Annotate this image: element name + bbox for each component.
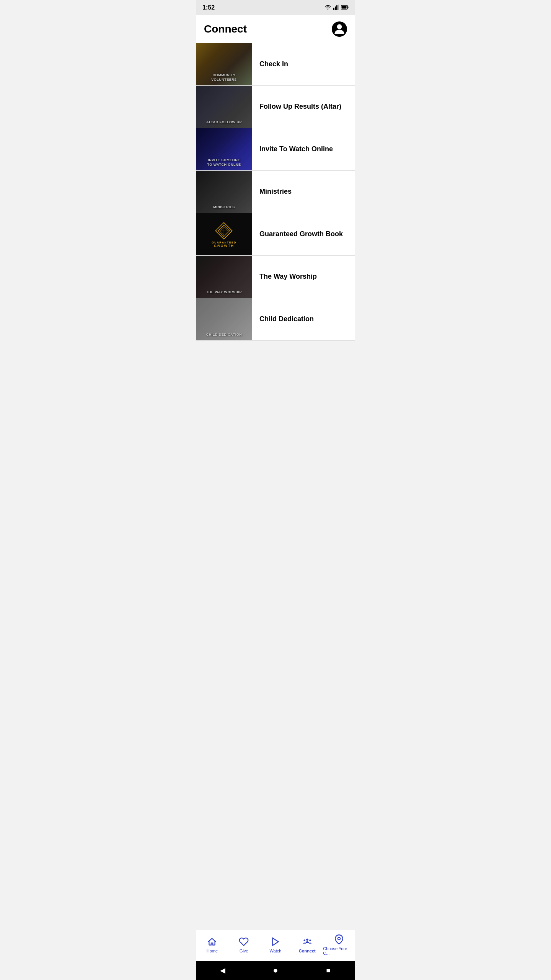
svg-rect-1 <box>333 8 334 10</box>
android-home[interactable]: ● <box>266 963 285 978</box>
home-icon <box>207 936 217 947</box>
list-item-text-follow-up: Follow Up Results (Altar) <box>252 86 355 128</box>
play-icon <box>270 936 281 947</box>
list-item-label-ministries: Ministries <box>259 187 292 196</box>
list-item-text-invite-watch: Invite To Watch Online <box>252 128 355 170</box>
list-item-ministries[interactable]: MINISTRIESMinistries <box>196 171 355 213</box>
thumbnail-way-worship: THE WAY WORSHIP <box>196 256 252 298</box>
android-navigation: ◀ ● ■ <box>196 961 355 980</box>
status-time: 1:52 <box>202 4 215 11</box>
list-item-label-growth-book: Guaranteed Growth Book <box>259 230 343 238</box>
svg-point-18 <box>337 938 340 940</box>
nav-choose-campus[interactable]: Choose Your C... <box>323 933 355 957</box>
list-item-label-invite-watch: Invite To Watch Online <box>259 145 333 154</box>
thumbnail-invite-watch: INVITE SOMEONE TO WATCH ONLNE <box>196 128 252 170</box>
page-title: Connect <box>204 23 247 35</box>
nav-watch-label: Watch <box>270 949 282 953</box>
list-item-label-follow-up: Follow Up Results (Altar) <box>259 102 341 111</box>
nav-watch[interactable]: Watch <box>260 935 292 955</box>
list-item-label-check-in: Check In <box>259 60 288 69</box>
svg-rect-2 <box>335 7 336 10</box>
wifi-icon <box>325 5 331 11</box>
app-header: Connect <box>196 15 355 43</box>
nav-give[interactable]: Give <box>228 935 260 955</box>
list-item-text-growth-book: Guaranteed Growth Book <box>252 213 355 255</box>
list-item-growth-book[interactable]: GUARANTEEDGROWTH Guaranteed Growth Book <box>196 213 355 256</box>
list-item-invite-watch[interactable]: INVITE SOMEONE TO WATCH ONLNEInvite To W… <box>196 128 355 171</box>
status-icons <box>325 5 349 11</box>
svg-point-0 <box>328 8 328 9</box>
list-item-text-way-worship: The Way Worship <box>252 256 355 298</box>
svg-rect-6 <box>348 7 349 8</box>
svg-point-15 <box>306 939 308 941</box>
nav-connect-label: Connect <box>299 949 316 953</box>
nav-choose-label: Choose Your C... <box>323 946 355 956</box>
android-recent[interactable]: ■ <box>319 963 338 978</box>
list-item-follow-up[interactable]: ALTAR FOLLOW UPFollow Up Results (Altar) <box>196 86 355 128</box>
thumbnail-ministries: MINISTRIES <box>196 171 252 213</box>
thumbnail-growth-book: GUARANTEEDGROWTH <box>196 213 252 255</box>
thumbnail-check-in: COMMUNITY VOLUNTEERS <box>196 43 252 85</box>
svg-rect-3 <box>336 5 337 10</box>
svg-point-16 <box>303 939 305 941</box>
thumbnail-child-dedication: CHILD DEDICATION <box>196 298 252 340</box>
svg-point-8 <box>337 24 342 29</box>
battery-icon <box>341 5 349 11</box>
list-item-text-ministries: Ministries <box>252 171 355 213</box>
profile-avatar[interactable] <box>332 21 347 37</box>
svg-point-17 <box>309 939 311 941</box>
nav-give-label: Give <box>240 949 248 953</box>
list-item-text-child-dedication: Child Dedication <box>252 298 355 340</box>
list-item-way-worship[interactable]: THE WAY WORSHIPThe Way Worship <box>196 256 355 298</box>
location-icon <box>334 934 344 945</box>
nav-home[interactable]: Home <box>196 935 228 955</box>
nav-home-label: Home <box>207 949 218 953</box>
list-item-label-child-dedication: Child Dedication <box>259 315 314 323</box>
list-item-check-in[interactable]: COMMUNITY VOLUNTEERSCheck In <box>196 43 355 86</box>
status-bar: 1:52 <box>196 0 355 15</box>
connect-list: COMMUNITY VOLUNTEERSCheck InALTAR FOLLOW… <box>196 43 355 980</box>
list-item-child-dedication[interactable]: CHILD DEDICATIONChild Dedication <box>196 298 355 341</box>
android-back[interactable]: ◀ <box>213 963 232 978</box>
heart-icon <box>238 936 249 947</box>
thumbnail-follow-up: ALTAR FOLLOW UP <box>196 86 252 128</box>
svg-rect-4 <box>338 5 339 10</box>
people-icon <box>302 936 313 947</box>
nav-connect[interactable]: Connect <box>291 935 323 955</box>
svg-rect-7 <box>342 6 347 9</box>
signal-icon <box>333 5 339 11</box>
list-item-label-way-worship: The Way Worship <box>259 272 317 281</box>
bottom-navigation: Home Give Watch <box>196 929 355 961</box>
list-item-text-check-in: Check In <box>252 43 355 85</box>
svg-marker-14 <box>272 938 278 946</box>
